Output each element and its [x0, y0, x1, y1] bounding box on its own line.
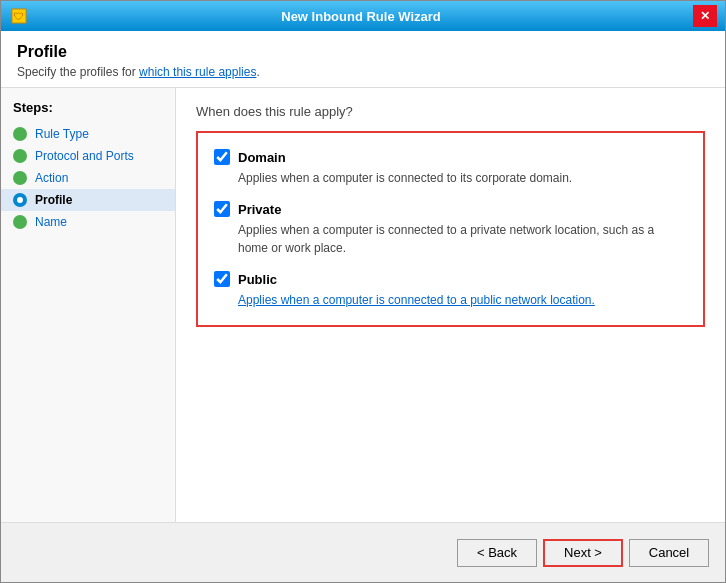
next-button[interactable]: Next >: [543, 539, 623, 567]
sidebar-item-name[interactable]: Name: [1, 211, 175, 233]
private-label[interactable]: Private: [238, 202, 281, 217]
header-section: Profile Specify the profiles for which t…: [1, 31, 725, 88]
titlebar: 🛡 New Inbound Rule Wizard ✕: [1, 1, 725, 31]
page-title: Profile: [17, 43, 709, 61]
public-checkbox-row: Public: [214, 271, 687, 287]
public-label[interactable]: Public: [238, 272, 277, 287]
question-label: When does this rule apply?: [196, 104, 705, 119]
step-dot-protocol-ports: [13, 149, 27, 163]
sidebar: Steps: Rule Type Protocol and Ports Acti…: [1, 88, 176, 522]
svg-text:🛡: 🛡: [14, 11, 24, 22]
page-subtitle: Specify the profiles for which this rule…: [17, 65, 709, 79]
domain-checkbox[interactable]: [214, 149, 230, 165]
step-dot-action: [13, 171, 27, 185]
profile-item-public: Public Applies when a computer is connec…: [214, 271, 687, 309]
subtitle-text: Specify the profiles for: [17, 65, 139, 79]
main-window: 🛡 New Inbound Rule Wizard ✕ Profile Spec…: [0, 0, 726, 583]
private-checkbox[interactable]: [214, 201, 230, 217]
app-icon: 🛡: [9, 6, 29, 26]
cancel-button[interactable]: Cancel: [629, 539, 709, 567]
private-description: Applies when a computer is connected to …: [238, 221, 687, 257]
step-dot-name: [13, 215, 27, 229]
domain-label[interactable]: Domain: [238, 150, 286, 165]
step-label-protocol-ports: Protocol and Ports: [35, 149, 134, 163]
profile-box: Domain Applies when a computer is connec…: [196, 131, 705, 327]
subtitle-link[interactable]: which this rule applies: [139, 65, 256, 79]
step-label-action: Action: [35, 171, 68, 185]
main-body: Steps: Rule Type Protocol and Ports Acti…: [1, 88, 725, 522]
public-description-link[interactable]: Applies when a computer is connected to …: [238, 293, 595, 307]
close-button[interactable]: ✕: [693, 5, 717, 27]
window-title: New Inbound Rule Wizard: [29, 9, 693, 24]
subtitle-end: .: [256, 65, 259, 79]
step-dot-inner-profile: [17, 197, 23, 203]
sidebar-item-protocol-ports[interactable]: Protocol and Ports: [1, 145, 175, 167]
sidebar-item-rule-type[interactable]: Rule Type: [1, 123, 175, 145]
private-checkbox-row: Private: [214, 201, 687, 217]
step-label-name: Name: [35, 215, 67, 229]
public-description: Applies when a computer is connected to …: [238, 291, 687, 309]
public-checkbox[interactable]: [214, 271, 230, 287]
step-dot-rule-type: [13, 127, 27, 141]
back-button[interactable]: < Back: [457, 539, 537, 567]
steps-label: Steps:: [1, 100, 175, 123]
footer: < Back Next > Cancel: [1, 522, 725, 582]
sidebar-item-profile[interactable]: Profile: [1, 189, 175, 211]
right-panel: When does this rule apply? Domain Applie…: [176, 88, 725, 522]
profile-item-domain: Domain Applies when a computer is connec…: [214, 149, 687, 187]
domain-checkbox-row: Domain: [214, 149, 687, 165]
step-dot-profile: [13, 193, 27, 207]
profile-item-private: Private Applies when a computer is conne…: [214, 201, 687, 257]
domain-description: Applies when a computer is connected to …: [238, 169, 687, 187]
step-label-rule-type: Rule Type: [35, 127, 89, 141]
sidebar-item-action[interactable]: Action: [1, 167, 175, 189]
step-label-profile: Profile: [35, 193, 72, 207]
